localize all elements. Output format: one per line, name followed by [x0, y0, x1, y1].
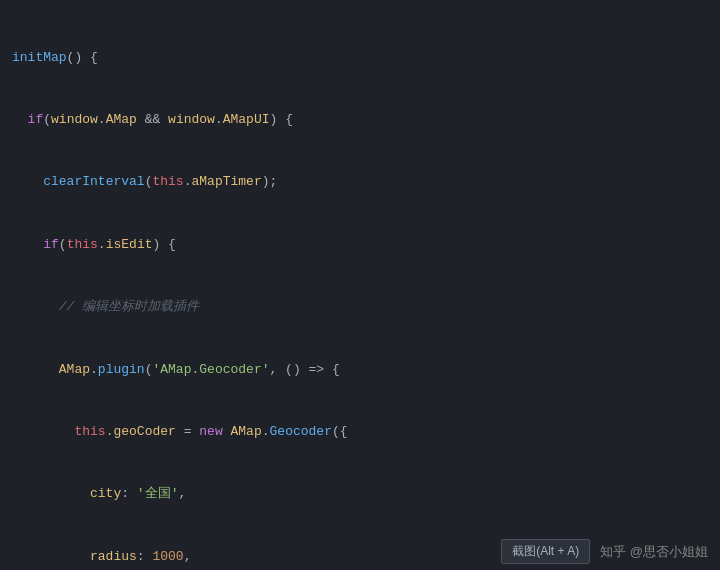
line-5: // 编辑坐标时加载插件 [10, 297, 720, 318]
line-2: if(window.AMap && window.AMapUI) { [10, 110, 720, 131]
screenshot-button[interactable]: 截图(Alt + A) [501, 539, 590, 564]
line-6: AMap.plugin('AMap.Geocoder', () => { [10, 360, 720, 381]
line-3: clearInterval(this.aMapTimer); [10, 172, 720, 193]
bottom-bar: 截图(Alt + A) 知乎 @思否小姐姐 [489, 533, 720, 570]
line-8: city: '全国', [10, 484, 720, 505]
line-1: initMap() { [10, 48, 720, 69]
code-editor: initMap() { if(window.AMap && window.AMa… [0, 0, 720, 570]
line-4: if(this.isEdit) { [10, 235, 720, 256]
line-7: this.geoCoder = new AMap.Geocoder({ [10, 422, 720, 443]
code-content: initMap() { if(window.AMap && window.AMa… [0, 0, 720, 570]
watermark-text: 知乎 @思否小姐姐 [600, 543, 708, 561]
